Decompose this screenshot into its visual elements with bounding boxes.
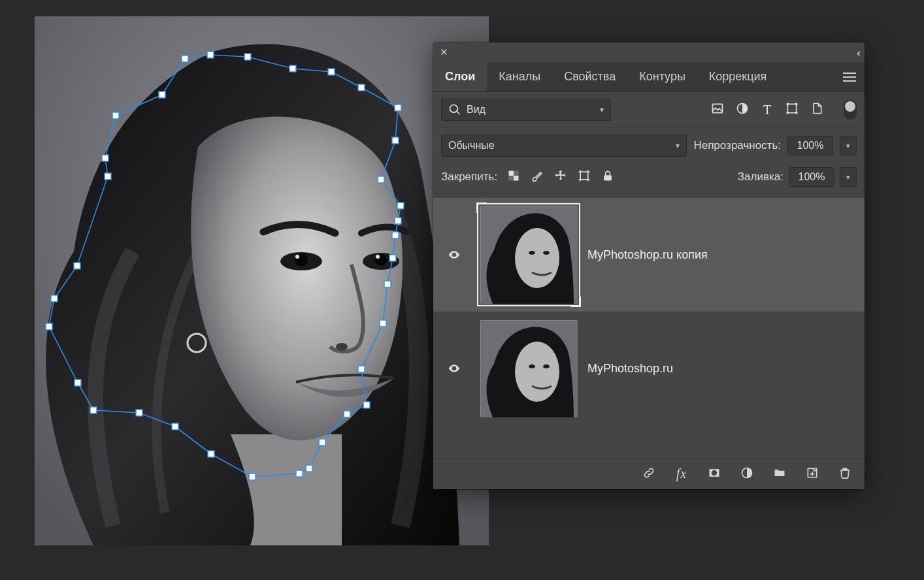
document-image [35,16,489,545]
tab-layers[interactable]: Слои [433,62,487,91]
svg-rect-46 [787,103,789,105]
trash-icon[interactable] [837,466,853,482]
lock-brush-icon[interactable] [530,169,544,185]
lock-row: Закрепить: Заливка: 100% ▾ [433,163,865,194]
svg-rect-49 [795,112,797,114]
filter-adjust-icon[interactable] [735,102,750,118]
panel-titlebar[interactable]: ✕ ‹‹ [433,42,865,62]
filter-shape-icon[interactable] [785,102,799,118]
filter-image-icon[interactable] [710,102,725,118]
layer-row[interactable]: MyPhotoshop.ru [433,312,865,425]
svg-rect-54 [580,172,588,180]
svg-rect-55 [604,175,612,180]
close-icon[interactable]: ✕ [440,46,448,58]
fill-label: Заливка: [738,170,784,184]
collapse-icon[interactable]: ‹‹ [857,47,858,58]
opacity-value[interactable]: 100% [787,136,833,155]
mask-icon[interactable] [706,466,722,482]
layer-thumbnail[interactable] [480,206,577,303]
tab-adjustments[interactable]: Коррекция [697,62,779,91]
svg-rect-45 [787,104,796,112]
svg-point-63 [543,364,550,368]
svg-point-62 [529,364,535,368]
blend-mode-select[interactable]: Обычные ▾ [441,135,687,157]
lock-artboard-icon[interactable] [577,169,591,185]
lock-transparent-icon[interactable] [506,169,521,185]
svg-point-65 [712,470,717,475]
tab-channels[interactable]: Каналы [487,62,552,91]
blend-mode-value: Обычные [448,140,495,152]
layer-kind-select[interactable]: Вид ▾ [441,99,611,121]
opacity-dropdown[interactable]: ▾ [840,136,857,155]
filter-smartobject-icon[interactable] [810,102,824,118]
panel-tabs: Слои Каналы Свойства Контуры Коррекция [433,62,865,92]
svg-rect-48 [787,112,789,114]
fill-dropdown[interactable]: ▾ [840,167,857,187]
layers-list: MyPhotoshop.ru копия MyPhotoshop.ru [433,194,865,458]
filter-row: Вид ▾ T [433,92,865,128]
search-icon [448,103,461,116]
layers-panel: ✕ ‹‹ Слои Каналы Свойства Контуры Коррек… [433,42,865,489]
eye-icon [448,248,461,261]
layer-name[interactable]: MyPhotoshop.ru [587,362,673,376]
svg-rect-47 [795,103,797,105]
lock-label: Закрепить: [441,170,497,184]
fill-value[interactable]: 100% [789,167,834,187]
link-icon[interactable] [641,466,657,482]
lock-all-icon[interactable] [601,169,615,185]
visibility-toggle[interactable] [438,317,470,420]
eye-icon [448,362,461,375]
opacity-label: Непрозрачность: [693,139,781,152]
filter-type-icon[interactable]: T [760,103,774,118]
fx-icon[interactable]: fx [674,466,689,481]
lock-move-icon[interactable] [553,169,568,185]
kind-label: Вид [467,104,486,116]
adjustment-icon[interactable] [739,466,755,482]
canvas-document[interactable] [35,16,489,545]
layer-name[interactable]: MyPhotoshop.ru копия [587,248,708,262]
svg-point-61 [515,342,559,402]
new-layer-icon[interactable] [804,466,820,482]
visibility-toggle[interactable] [438,203,470,306]
svg-point-58 [529,251,535,255]
svg-rect-52 [514,171,519,176]
chevron-down-icon: ▾ [600,105,604,114]
svg-point-7 [336,343,348,351]
svg-rect-53 [509,176,514,181]
filter-toggle[interactable] [844,100,857,120]
svg-point-6 [376,255,380,259]
svg-point-3 [295,255,299,259]
blend-row: Обычные ▾ Непрозрачность: 100% ▾ [433,128,865,163]
svg-rect-51 [514,176,519,181]
chevron-down-icon: ▾ [676,141,680,150]
svg-rect-50 [509,171,514,176]
group-icon[interactable] [772,466,787,482]
layer-row[interactable]: MyPhotoshop.ru копия [433,198,865,312]
layers-bottombar: fx [433,458,865,489]
tab-paths[interactable]: Контуры [627,62,697,91]
layer-thumbnail[interactable] [480,320,577,417]
svg-point-59 [543,251,550,255]
svg-point-57 [515,228,559,288]
tab-properties[interactable]: Свойства [552,62,627,91]
panel-menu-icon[interactable] [834,62,865,91]
